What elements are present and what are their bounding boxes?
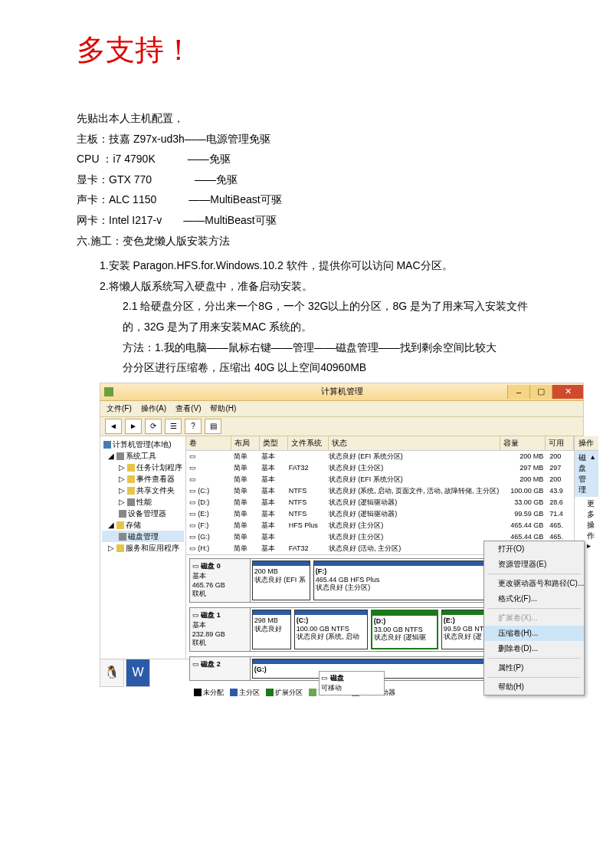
menu-view[interactable]: 查看(V) bbox=[175, 403, 201, 414]
tree-dev[interactable]: 设备管理器 bbox=[102, 508, 184, 519]
disk-2-label[interactable]: ▭ 磁盘 2 bbox=[190, 657, 251, 680]
refresh-button[interactable]: ⟳ bbox=[145, 419, 162, 434]
volume-row[interactable]: ▭ 简单基本FAT32状态良好 (主分区)297 MB297 bbox=[186, 462, 575, 474]
ctx-help[interactable]: 帮助(H) bbox=[484, 679, 584, 695]
actions-diskmgr[interactable]: 磁盘管理▴ bbox=[575, 451, 598, 497]
volume-row[interactable]: ▭ (F:)简单基本HFS Plus状态良好 (主分区)465.44 GB465… bbox=[186, 520, 575, 531]
context-menu: 打开(O) 资源管理器(E) 更改驱动器号和路径(C)... 格式化(F)...… bbox=[484, 541, 585, 695]
volume-row[interactable]: ▭ 简单基本状态良好 (EFI 系统分区)200 MB200 bbox=[186, 451, 575, 462]
volume-row[interactable]: ▭ (E:)简单基本NTFS状态良好 (逻辑驱动器)99.59 GB71.4 bbox=[186, 508, 575, 520]
window-titlebar[interactable]: 计算机管理 – ▢ ✕ bbox=[100, 383, 583, 401]
steps-block: 1.安装 Paragon.HFS.for.Windows.10.2 软件，提供你… bbox=[77, 255, 536, 378]
tree-panel: 计算机管理(本地) ◢ 系统工具 ▷ 任务计划程序 ▷ 事件查看器 ▷ 共享文件… bbox=[100, 436, 186, 659]
col-cap[interactable]: 容量 bbox=[500, 436, 546, 450]
col-type[interactable]: 类型 bbox=[260, 436, 288, 450]
disk0-part1[interactable]: 200 MB状态良好 (EFI 系 bbox=[252, 561, 310, 600]
menu-file[interactable]: 文件(F) bbox=[107, 403, 132, 414]
ctx-shrink[interactable]: 压缩卷(H)... bbox=[484, 626, 584, 641]
step-1: 1.安装 Paragon.HFS.for.Windows.10.2 软件，提供你… bbox=[77, 255, 536, 276]
ctx-open[interactable]: 打开(O) bbox=[484, 541, 584, 557]
ctx-prop[interactable]: 属性(P) bbox=[484, 660, 584, 676]
menu-action[interactable]: 操作(A) bbox=[141, 403, 166, 414]
spec-intro: 先贴出本人主机配置， bbox=[77, 108, 536, 129]
ctx-explorer[interactable]: 资源管理器(E) bbox=[484, 557, 584, 572]
volume-list: ▭ 简单基本状态良好 (EFI 系统分区)200 MB200▭ 简单基本FAT3… bbox=[186, 451, 575, 554]
close-button[interactable]: ✕ bbox=[552, 385, 583, 399]
menu-help[interactable]: 帮助(H) bbox=[210, 403, 236, 414]
disk-1-label[interactable]: ▭ 磁盘 1 基本232.89 GB联机 bbox=[190, 608, 251, 651]
app-icon bbox=[104, 387, 113, 396]
disk1-part3[interactable]: (D:)33.00 GB NTFS状态良好 (逻辑驱 bbox=[371, 610, 438, 649]
ctx-format[interactable]: 格式化(F)... bbox=[484, 591, 584, 607]
window-title-text: 计算机管理 bbox=[321, 386, 363, 397]
tree-storage[interactable]: ◢ 存储 bbox=[102, 519, 184, 531]
tree-root[interactable]: 计算机管理(本地) bbox=[102, 439, 184, 450]
back-button[interactable]: ◄ bbox=[105, 419, 122, 434]
specs-block: 先贴出本人主机配置， 主板：技嘉 Z97x-ud3h——电源管理免驱 CPU ：… bbox=[77, 108, 536, 251]
minimize-button[interactable]: – bbox=[507, 385, 529, 399]
spec-audio: 声卡：ALC 1150 ——MultiBeast可驱 bbox=[77, 189, 536, 210]
spec-mb: 主板：技嘉 Z97x-ud3h——电源管理免驱 bbox=[77, 129, 536, 150]
ctx-extend: 扩展卷(X)... bbox=[484, 610, 584, 626]
qq-icon[interactable]: 🐧 bbox=[100, 658, 124, 687]
tree-event[interactable]: ▷ 事件查看器 bbox=[102, 473, 184, 485]
volume-row[interactable]: ▭ (C:)简单基本NTFS状态良好 (系统, 启动, 页面文件, 活动, 故障… bbox=[186, 485, 575, 497]
view-button[interactable]: ▤ bbox=[205, 419, 221, 434]
col-free[interactable]: 可用 bbox=[546, 436, 574, 450]
properties-button[interactable]: ☰ bbox=[165, 419, 182, 434]
col-fs[interactable]: 文件系统 bbox=[288, 436, 329, 450]
tree-task[interactable]: ▷ 任务计划程序 bbox=[102, 462, 184, 473]
ctx-delete[interactable]: 删除卷(D)... bbox=[484, 641, 584, 656]
step-method-b: 分分区进行压缩卷，压缩出 40G 以上空间40960MB bbox=[77, 357, 536, 378]
volume-header: 卷 布局 类型 文件系统 状态 容量 可用 bbox=[186, 436, 575, 451]
tree-perf[interactable]: ▷ 性能 bbox=[102, 496, 184, 508]
step-2: 2.将懒人版系统写入硬盘中，准备启动安装。 bbox=[77, 276, 536, 297]
maximize-button[interactable]: ▢ bbox=[529, 385, 552, 399]
disk1-part2[interactable]: (C:)100.00 GB NTFS状态良好 (系统, 启动 bbox=[294, 610, 368, 649]
tool-bar: ◄ ► ⟳ ☰ ? ▤ bbox=[100, 417, 583, 436]
help-button[interactable]: ? bbox=[185, 419, 202, 434]
word-icon[interactable]: W bbox=[126, 658, 150, 687]
fwd-button[interactable]: ► bbox=[125, 419, 142, 434]
actions-header: 操作 bbox=[575, 436, 598, 451]
page-title: 多支持！ bbox=[77, 31, 536, 70]
ctx-change[interactable]: 更改驱动器号和路径(C)... bbox=[484, 576, 584, 591]
spec-gpu: 显卡：GTX 770 ——免驱 bbox=[77, 169, 536, 190]
disk1-part1[interactable]: 298 MB状态良好 bbox=[252, 610, 291, 649]
menu-bar: 文件(F) 操作(A) 查看(V) 帮助(H) bbox=[100, 401, 583, 417]
screenshot-computer-management: 计算机管理 – ▢ ✕ 文件(F) 操作(A) 查看(V) 帮助(H) ◄ ► … bbox=[100, 383, 584, 659]
section-6: 六.施工：变色龙懒人版安装方法 bbox=[77, 231, 536, 252]
step-2-1: 2.1 给硬盘分区，分出来一个8G，一个 32G以上的分区，8G 是为了用来写入… bbox=[77, 296, 536, 337]
spec-cpu: CPU ：i7 4790K ——免驱 bbox=[77, 149, 536, 169]
volume-row[interactable]: ▭ 简单基本状态良好 (EFI 系统分区)200 MB200 bbox=[186, 474, 575, 485]
disk-0-label[interactable]: ▭ 磁盘 0 基本465.76 GB联机 bbox=[190, 559, 251, 602]
step-method-a: 方法：1.我的电脑——鼠标右键——管理——磁盘管理——找到剩余空间比较大 bbox=[77, 337, 536, 358]
col-vol[interactable]: 卷 bbox=[186, 436, 231, 450]
tree-systools[interactable]: ◢ 系统工具 bbox=[102, 450, 184, 462]
tree-svc[interactable]: ▷ 服务和应用程序 bbox=[102, 542, 184, 554]
col-layout[interactable]: 布局 bbox=[231, 436, 260, 450]
tree-diskmgr[interactable]: 磁盘管理 bbox=[102, 531, 184, 542]
volume-row[interactable]: ▭ (D:)简单基本NTFS状态良好 (逻辑驱动器)33.00 GB28.6 bbox=[186, 497, 575, 508]
ext-disk-box: ▭ 磁盘 可移动 bbox=[319, 671, 385, 695]
col-status[interactable]: 状态 bbox=[329, 436, 501, 450]
tree-share[interactable]: ▷ 共享文件夹 bbox=[102, 485, 184, 496]
spec-nic: 网卡：Intel I217-v ——MultiBeast可驱 bbox=[77, 210, 536, 231]
